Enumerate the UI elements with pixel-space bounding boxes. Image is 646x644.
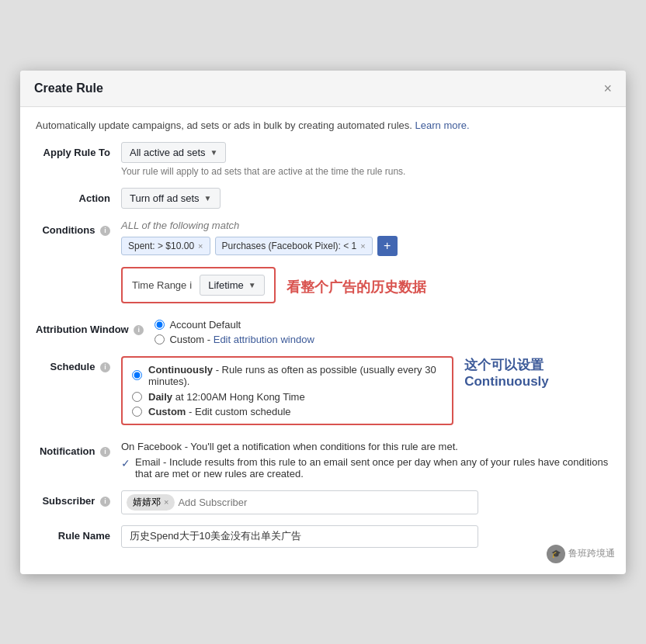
schedule-daily: Daily at 12:00AM Hong Kong Time bbox=[132, 391, 443, 403]
schedule-info-icon[interactable]: i bbox=[100, 362, 110, 372]
check-icon: ✓ bbox=[121, 457, 130, 469]
attribution-window-row: Attribution Window i Account Default Cus… bbox=[36, 319, 610, 345]
notification-facebook: On Facebook - You'll get a notification … bbox=[121, 441, 610, 452]
attribution-account-default: Account Default bbox=[155, 319, 610, 331]
apply-rule-content: All active ad sets ▼ Your rule will appl… bbox=[121, 142, 610, 177]
watermark: 🎓 鲁班跨境通 bbox=[547, 545, 615, 563]
dialog-header: Create Rule × bbox=[20, 71, 626, 107]
schedule-content: Continuously - Rule runs as often as pos… bbox=[121, 356, 610, 430]
time-range-row: Time Range i Lifetime ▼ 看整个广告的历史数据 bbox=[36, 267, 610, 308]
edit-attribution-link[interactable]: Edit attribution window bbox=[214, 334, 314, 345]
subscriber-tag-text: 婧婧邓 bbox=[133, 496, 161, 509]
attribution-custom-radio[interactable] bbox=[155, 334, 165, 345]
action-content: Turn off ad sets ▼ bbox=[121, 188, 610, 209]
action-dropdown-arrow: ▼ bbox=[204, 194, 212, 203]
notification-info-icon[interactable]: i bbox=[100, 447, 110, 457]
action-label: Action bbox=[36, 188, 121, 204]
subscriber-label: Subscriber i bbox=[36, 490, 121, 507]
time-range-label bbox=[36, 267, 121, 272]
intro-text: Automatically update campaigns, ad sets … bbox=[36, 119, 610, 131]
action-row: Action Turn off ad sets ▼ bbox=[36, 188, 610, 209]
dialog-body: Automatically update campaigns, ad sets … bbox=[20, 107, 626, 574]
subscriber-tag: 婧婧邓 × bbox=[127, 494, 175, 511]
conditions-content: ALL of the following match Spent: > $10.… bbox=[121, 220, 610, 256]
condition-tag-spent: Spent: > $10.00 × bbox=[121, 237, 210, 255]
condition-tags: Spent: > $10.00 × Purchases (Facebook Pi… bbox=[121, 236, 610, 256]
add-condition-button[interactable]: + bbox=[377, 236, 398, 256]
create-rule-dialog: Create Rule × Automatically update campa… bbox=[20, 71, 626, 574]
schedule-annotation-row: Continuously - Rule runs as often as pos… bbox=[121, 356, 610, 430]
subscriber-row: Subscriber i 婧婧邓 × bbox=[36, 490, 610, 514]
subscriber-tag-remove[interactable]: × bbox=[164, 497, 168, 507]
condition-tag-purchases: Purchases (Facebook Pixel): < 1 × bbox=[215, 237, 373, 255]
attribution-window-label: Attribution Window i bbox=[36, 319, 155, 335]
attribution-options: Account Default Custom - Edit attributio… bbox=[155, 319, 610, 345]
subscriber-content: 婧婧邓 × bbox=[121, 490, 610, 514]
schedule-annotation: 这个可以设置Continuously bbox=[464, 356, 610, 390]
time-range-box: Time Range i Lifetime ▼ bbox=[121, 267, 276, 303]
edit-custom-schedule-link[interactable]: Edit custom schedule bbox=[195, 406, 291, 417]
conditions-label-text: Conditions i bbox=[36, 220, 121, 236]
close-button[interactable]: × bbox=[603, 81, 612, 95]
learn-more-link[interactable]: Learn more. bbox=[415, 119, 470, 131]
schedule-custom-label: Custom - Edit custom schedule bbox=[148, 406, 291, 417]
subscriber-input[interactable] bbox=[178, 497, 473, 508]
schedule-row: Schedule i Continuously - Rule runs as o… bbox=[36, 356, 610, 430]
conditions-row: Conditions i ALL of the following match … bbox=[36, 220, 610, 256]
notification-label: Notification i bbox=[36, 441, 121, 457]
condition-tag-purchases-remove[interactable]: × bbox=[360, 241, 365, 251]
notification-content: On Facebook - You'll get a notification … bbox=[121, 441, 610, 480]
notification-row: Notification i On Facebook - You'll get … bbox=[36, 441, 610, 480]
watermark-icon: 🎓 bbox=[547, 545, 565, 563]
schedule-box: Continuously - Rule runs as often as pos… bbox=[121, 356, 453, 425]
conditions-match-text: ALL of the following match bbox=[121, 220, 610, 231]
schedule-custom-radio[interactable] bbox=[132, 407, 142, 417]
attribution-custom-label: Custom - Edit attribution window bbox=[169, 334, 314, 345]
action-dropdown[interactable]: Turn off ad sets ▼ bbox=[121, 188, 221, 209]
time-range-info-icon[interactable]: i bbox=[189, 279, 192, 291]
apply-rule-row: Apply Rule To All active ad sets ▼ Your … bbox=[36, 142, 610, 177]
schedule-continuously-radio[interactable] bbox=[132, 370, 142, 380]
attribution-account-default-radio[interactable] bbox=[155, 320, 165, 330]
attribution-custom: Custom - Edit attribution window bbox=[155, 334, 610, 345]
conditions-info-icon[interactable]: i bbox=[100, 226, 110, 236]
condition-tag-spent-remove[interactable]: × bbox=[198, 241, 203, 251]
attribution-window-info-icon[interactable]: i bbox=[134, 325, 144, 335]
time-range-dropdown-arrow: ▼ bbox=[248, 281, 256, 289]
time-range-dropdown[interactable]: Lifetime ▼ bbox=[200, 275, 264, 296]
schedule-daily-label: Daily at 12:00AM Hong Kong Time bbox=[148, 391, 305, 403]
schedule-continuously-label: Continuously - Rule runs as often as pos… bbox=[148, 364, 443, 387]
time-range-content: Time Range i Lifetime ▼ 看整个广告的历史数据 bbox=[121, 267, 610, 308]
rule-name-row: Rule Name bbox=[36, 525, 610, 548]
watermark-text: 鲁班跨境通 bbox=[568, 547, 615, 560]
time-range-field-label: Time Range i bbox=[132, 279, 192, 291]
dialog-title: Create Rule bbox=[34, 81, 103, 95]
rule-name-content bbox=[121, 525, 610, 548]
subscriber-info-icon[interactable]: i bbox=[100, 497, 110, 507]
attribution-window-content: Account Default Custom - Edit attributio… bbox=[155, 319, 610, 345]
schedule-continuously: Continuously - Rule runs as often as pos… bbox=[132, 364, 443, 387]
schedule-daily-radio[interactable] bbox=[132, 392, 142, 402]
notification-email: Email - Include results from this rule t… bbox=[135, 456, 610, 480]
apply-rule-label: Apply Rule To bbox=[36, 142, 121, 158]
apply-rule-helper: Your rule will apply to ad sets that are… bbox=[121, 166, 610, 177]
apply-rule-dropdown-arrow: ▼ bbox=[210, 148, 218, 157]
time-range-annotation-row: Time Range i Lifetime ▼ 看整个广告的历史数据 bbox=[121, 267, 610, 308]
schedule-label: Schedule i bbox=[36, 356, 121, 372]
notification-email-row: ✓ Email - Include results from this rule… bbox=[121, 456, 610, 480]
schedule-custom: Custom - Edit custom schedule bbox=[132, 406, 443, 417]
apply-rule-dropdown[interactable]: All active ad sets ▼ bbox=[121, 142, 226, 163]
time-range-annotation: 看整个广告的历史数据 bbox=[287, 278, 426, 296]
rule-name-input[interactable] bbox=[121, 525, 478, 548]
rule-name-label: Rule Name bbox=[36, 525, 121, 542]
subscriber-input-wrap[interactable]: 婧婧邓 × bbox=[121, 490, 478, 514]
attribution-account-default-label: Account Default bbox=[169, 319, 241, 331]
